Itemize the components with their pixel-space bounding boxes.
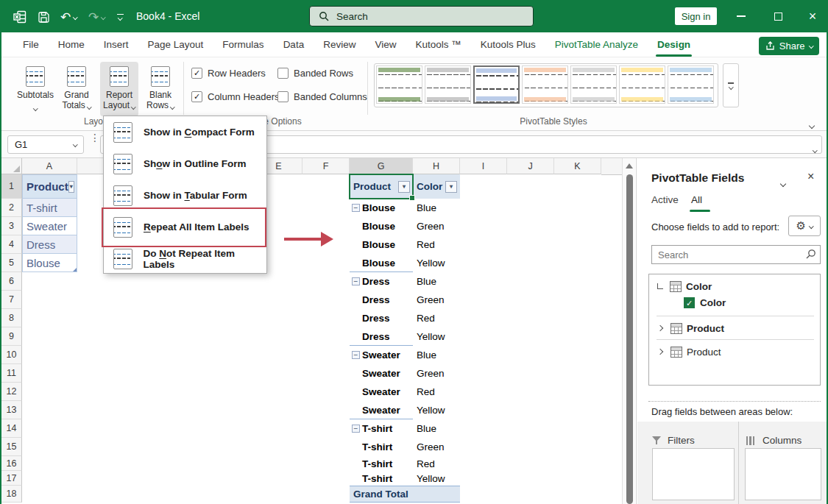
pivot-product-header-cell[interactable]: Product ▾ [350, 174, 413, 199]
styles-more-button[interactable] [723, 63, 739, 107]
pivot-color-cell[interactable]: Green [417, 221, 445, 232]
collapse-ribbon-icon[interactable] [810, 118, 814, 131]
row-header[interactable]: 6 [1, 272, 22, 291]
row-header[interactable]: 13 [1, 401, 22, 419]
minimize-button[interactable] [724, 0, 758, 32]
pivot-color-cell[interactable]: Green [417, 441, 445, 452]
style-swatch[interactable] [522, 65, 568, 104]
column-header[interactable]: K [554, 158, 601, 174]
column-header[interactable]: G [350, 158, 413, 174]
tab-insert[interactable]: Insert [94, 32, 138, 57]
pivot-color-cell[interactable]: Yellow [417, 331, 445, 342]
pivot-color-cell[interactable]: Blue [417, 423, 436, 434]
pivot-product-cell[interactable]: Dress [362, 276, 390, 287]
pivot-color-cell[interactable]: Green [417, 368, 445, 379]
style-swatch-selected[interactable] [473, 65, 520, 104]
tab-data[interactable]: Data [274, 32, 314, 57]
tab-active-fields[interactable]: Active [651, 194, 679, 205]
row-header[interactable]: 9 [1, 327, 22, 346]
maximize-button[interactable] [761, 0, 795, 32]
scroll-up-icon[interactable] [626, 163, 633, 168]
filter-dropdown-icon[interactable]: ▾ [445, 181, 457, 193]
pivot-product-cell[interactable]: Blouse [362, 239, 395, 250]
redo-dropdown-icon[interactable] [99, 9, 107, 25]
name-box-dropdown-icon[interactable] [73, 142, 77, 146]
blank-rows-button[interactable]: Blank Rows [141, 62, 180, 116]
menu-item[interactable]: Show in Outline Form [104, 148, 266, 180]
style-swatch[interactable] [619, 65, 665, 104]
quick-access-toolbar-icon[interactable] [112, 9, 128, 25]
style-swatch[interactable] [570, 65, 617, 104]
pivot-color-cell[interactable]: Red [417, 386, 435, 397]
row-header[interactable]: 7 [1, 291, 22, 309]
report-layout-button[interactable]: Report Layout [100, 62, 138, 116]
pivot-product-cell[interactable]: Blouse [362, 258, 395, 269]
pivot-color-cell[interactable]: Yellow [417, 473, 445, 484]
pivot-product-cell[interactable]: T-shirt [362, 441, 392, 452]
row-header[interactable]: 5 [1, 254, 22, 272]
pivot-color-cell[interactable]: Yellow [417, 405, 445, 416]
pivot-color-cell[interactable]: Blue [417, 349, 436, 361]
subtotals-button[interactable]: Subtotals [16, 62, 54, 116]
column-header[interactable]: J [507, 158, 554, 174]
menu-item[interactable]: Show in Tabular Form [104, 180, 266, 211]
select-all-corner[interactable] [1, 158, 22, 174]
row-header[interactable]: 17 [1, 471, 22, 486]
pivot-product-cell[interactable]: T-shirt [362, 458, 392, 469]
pivot-product-cell[interactable]: Sweater [362, 405, 400, 416]
pane-chevron-down-icon[interactable] [781, 176, 785, 189]
expand-formula-bar-icon[interactable] [813, 141, 817, 155]
menu-item[interactable]: Do Not Repeat Item Labels [104, 243, 266, 274]
collapse-button[interactable]: − [352, 277, 360, 285]
pivot-product-cell[interactable]: Dress [362, 294, 390, 305]
share-button[interactable]: Share [759, 37, 819, 55]
source-table-cell[interactable]: T-shirt [22, 199, 77, 217]
row-header[interactable]: 18 [1, 486, 22, 503]
pivot-product-cell[interactable]: T-shirt [362, 423, 392, 434]
tab-design[interactable]: Design [648, 32, 700, 57]
pivot-color-cell[interactable]: Red [417, 313, 435, 324]
column-header[interactable]: A [22, 158, 77, 174]
grand-totals-button[interactable]: Grand Totals [57, 62, 96, 116]
collapse-button[interactable]: − [352, 425, 360, 433]
column-headers-checkbox[interactable]: Column Headers [191, 91, 280, 102]
pivot-product-cell[interactable]: T-shirt [362, 473, 392, 484]
banded-rows-checkbox[interactable]: Banded Rows [277, 68, 353, 79]
menu-item[interactable]: Show in Compact Form [104, 116, 266, 148]
tab-all-fields[interactable]: All [691, 194, 702, 205]
row-header[interactable]: 11 [1, 364, 22, 383]
tab-page-layout[interactable]: Page Layout [138, 32, 213, 57]
source-table-cell[interactable]: Sweater [22, 217, 77, 235]
columns-drop-area[interactable] [745, 448, 821, 500]
pivot-product-cell[interactable]: Dress [362, 331, 390, 342]
search-box[interactable]: Search [309, 6, 534, 26]
tab-pivottable-analyze[interactable]: PivotTable Analyze [545, 32, 648, 57]
pivot-product-cell[interactable]: Sweater [362, 368, 400, 379]
style-swatch[interactable] [376, 65, 422, 104]
pivot-color-cell[interactable]: Yellow [417, 258, 445, 269]
pivot-color-cell[interactable]: Red [417, 458, 435, 469]
expand-group-icon[interactable] [657, 325, 663, 331]
pane-close-icon[interactable]: × [807, 170, 814, 183]
collapse-group-icon[interactable] [657, 283, 663, 289]
fields-search-input[interactable] [651, 245, 821, 264]
row-header[interactable]: 14 [1, 419, 22, 438]
row-header[interactable]: 2 [1, 199, 22, 217]
pivot-product-cell[interactable]: Blouse [362, 221, 395, 232]
source-table-cell[interactable]: Blouse [22, 254, 77, 272]
pivot-product-cell[interactable]: Blouse [362, 202, 395, 213]
pivot-color-cell[interactable]: Blue [417, 276, 436, 287]
save-icon[interactable] [35, 9, 52, 25]
sign-in-button[interactable]: Sign in [675, 7, 717, 25]
row-headers-checkbox[interactable]: Row Headers [191, 68, 266, 79]
tab-home[interactable]: Home [49, 32, 94, 57]
row-header[interactable]: 4 [1, 235, 22, 254]
filter-dropdown-icon[interactable]: ▾ [398, 181, 410, 193]
style-swatch[interactable] [668, 65, 714, 104]
row-header[interactable]: 3 [1, 217, 22, 235]
tab-review[interactable]: Review [314, 32, 365, 57]
field-group-product-1[interactable]: Product [649, 320, 820, 336]
pivot-color-cell[interactable]: Green [417, 294, 445, 305]
undo-dropdown-icon[interactable] [71, 9, 79, 25]
tab-view[interactable]: View [365, 32, 406, 57]
